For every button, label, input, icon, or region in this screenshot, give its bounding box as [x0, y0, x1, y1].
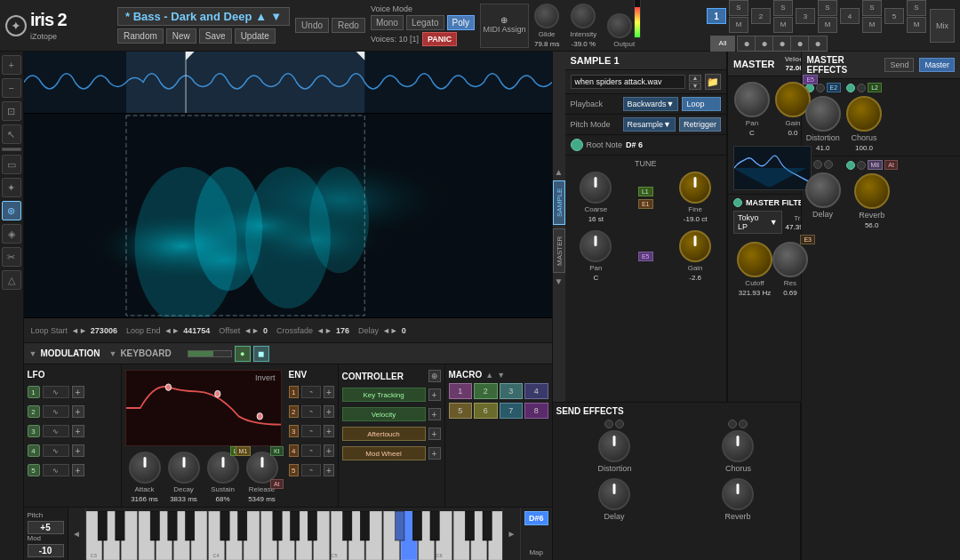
slot-5-s[interactable]: S: [907, 0, 926, 16]
slot-4-s[interactable]: S: [862, 0, 882, 16]
res-knob[interactable]: [772, 242, 808, 277]
me-reverb-knob[interactable]: [854, 173, 890, 209]
slot-3-m[interactable]: M: [818, 17, 837, 33]
env-plus-3[interactable]: +: [324, 425, 333, 437]
env-wave-4[interactable]: ⌁: [301, 444, 321, 457]
undo-button[interactable]: Undo: [295, 18, 329, 33]
slot-3-s[interactable]: S: [818, 0, 837, 16]
send-dist-enable[interactable]: [615, 420, 624, 428]
keyboard-tab[interactable]: ▼ KEYBOARD: [108, 348, 171, 358]
macro-btn-3[interactable]: 3: [500, 383, 524, 399]
send-dist-toggle[interactable]: [604, 420, 613, 428]
fine-knob[interactable]: [679, 172, 711, 204]
filter-type-select[interactable]: Tokyo LP ▼: [733, 211, 782, 234]
controller-copy[interactable]: ⊕: [428, 370, 441, 382]
glide-knob[interactable]: [534, 4, 559, 28]
send-chorus-toggle[interactable]: [728, 420, 737, 428]
lfo-plus-2[interactable]: +: [72, 405, 84, 418]
send-distortion-knob[interactable]: [598, 430, 630, 462]
sidebar-icon-triangle[interactable]: △: [2, 270, 21, 290]
sidebar-icon-pen[interactable]: [2, 148, 21, 151]
lfo-plus-5[interactable]: +: [72, 464, 84, 476]
env-wave-2[interactable]: ⌁: [301, 405, 321, 418]
lfo-wave-2[interactable]: ∿: [43, 405, 69, 418]
dot-4[interactable]: ●: [790, 36, 810, 52]
pitch-value[interactable]: +5: [28, 521, 64, 534]
key-tracking-button[interactable]: Key Tracking: [342, 388, 426, 402]
me-dist-enable[interactable]: [816, 84, 825, 92]
keyboard-scroll-right[interactable]: ►: [502, 508, 520, 560]
pitch-mode-select[interactable]: Resample ▼: [623, 117, 676, 132]
keyboard-keys[interactable]: C3 C4 C5 C6: [86, 508, 502, 560]
dot-1[interactable]: ●: [737, 36, 756, 52]
env-wave-5[interactable]: ⌁: [301, 464, 321, 476]
me-chorus-toggle[interactable]: [846, 84, 855, 92]
new-button[interactable]: New: [166, 28, 196, 44]
modulation-tab[interactable]: ▼ MODULATION: [29, 348, 100, 358]
dot-3[interactable]: ●: [772, 36, 792, 52]
me-send-button[interactable]: Send: [884, 58, 914, 72]
macro-btn-4[interactable]: 4: [524, 383, 548, 399]
macro-btn-2[interactable]: 2: [474, 383, 498, 399]
redo-button[interactable]: Redo: [332, 18, 365, 33]
sidebar-icon-paint[interactable]: ✦: [2, 178, 21, 197]
send-chorus-enable[interactable]: [739, 420, 748, 428]
slot-2[interactable]: 2: [751, 8, 771, 24]
slot-4[interactable]: 4: [840, 8, 860, 24]
slot-5-m[interactable]: M: [907, 17, 926, 33]
me-reverb-enable[interactable]: [857, 161, 866, 170]
macro-arrow-up[interactable]: ▲: [485, 371, 493, 380]
slot-1[interactable]: 1: [707, 8, 726, 24]
slot-5[interactable]: 5: [884, 8, 904, 24]
sidebar-icon-active[interactable]: ⊛: [2, 201, 21, 220]
random-button[interactable]: Random: [117, 28, 164, 44]
macro-btn-1[interactable]: 1: [449, 383, 473, 399]
lfo-wave-5[interactable]: ∿: [43, 464, 69, 476]
delay-arrows[interactable]: ◄►: [382, 326, 398, 335]
side-arrow-down[interactable]: ▼: [555, 276, 564, 286]
loop-start-arrows[interactable]: ◄►: [71, 326, 87, 335]
mod-wheel-button[interactable]: Mod Wheel: [342, 446, 426, 460]
me-delay-toggle[interactable]: [813, 160, 822, 169]
mod-slider[interactable]: [188, 350, 232, 357]
invert-button[interactable]: Invert: [255, 373, 276, 382]
sample-pan-knob[interactable]: [580, 230, 612, 262]
env-wave-1[interactable]: ⌁: [301, 386, 321, 398]
ctrl-plus-3[interactable]: +: [428, 428, 441, 440]
sample-gain-knob[interactable]: [679, 230, 711, 262]
send-reverb-knob[interactable]: [722, 478, 754, 510]
panic-button[interactable]: PANIC: [422, 32, 457, 46]
lfo-plus-1[interactable]: +: [72, 386, 84, 398]
macro-btn-5[interactable]: 5: [449, 403, 473, 419]
lfo-wave-1[interactable]: ∿: [43, 386, 69, 398]
update-button[interactable]: Update: [235, 28, 276, 44]
macro-arrow-down[interactable]: ▼: [497, 371, 505, 380]
ctrl-plus-1[interactable]: +: [428, 388, 441, 401]
slot-2-m[interactable]: M: [773, 17, 793, 33]
offset-arrows[interactable]: ◄►: [244, 326, 260, 335]
lfo-plus-4[interactable]: +: [72, 444, 84, 457]
env-plus-1[interactable]: +: [324, 386, 333, 398]
env-wave-3[interactable]: ⌁: [301, 425, 321, 437]
master-side-tab[interactable]: MASTER: [553, 228, 565, 273]
lfo-graph[interactable]: Invert: [125, 370, 282, 446]
retrigger-button[interactable]: Retrigger: [679, 117, 721, 132]
dot-5[interactable]: ●: [808, 36, 828, 52]
preset-name[interactable]: * Bass - Dark and Deep ▲ ▼: [117, 7, 290, 26]
sample-folder-btn[interactable]: 📁: [705, 74, 721, 90]
sidebar-icon-magic[interactable]: ◈: [2, 224, 21, 244]
lfo-wave-4[interactable]: ∿: [43, 444, 69, 457]
aftertouch-button[interactable]: Aftertouch: [342, 427, 426, 441]
crossfade-arrows[interactable]: ◄►: [316, 326, 332, 335]
macro-btn-8[interactable]: 8: [524, 403, 548, 419]
loop-mode-select[interactable]: Loop: [682, 97, 721, 111]
macro-btn-6[interactable]: 6: [474, 403, 498, 419]
env-plus-2[interactable]: +: [324, 405, 333, 418]
sidebar-icon-zoom[interactable]: +: [2, 55, 21, 75]
sidebar-icon-minus[interactable]: −: [2, 78, 21, 98]
me-delay-knob[interactable]: [805, 172, 841, 208]
dot-2[interactable]: ●: [755, 36, 774, 52]
env-plus-4[interactable]: +: [324, 444, 333, 457]
legato-button[interactable]: Legato: [406, 15, 444, 30]
sample-side-tab[interactable]: SAMPLE: [553, 180, 565, 225]
